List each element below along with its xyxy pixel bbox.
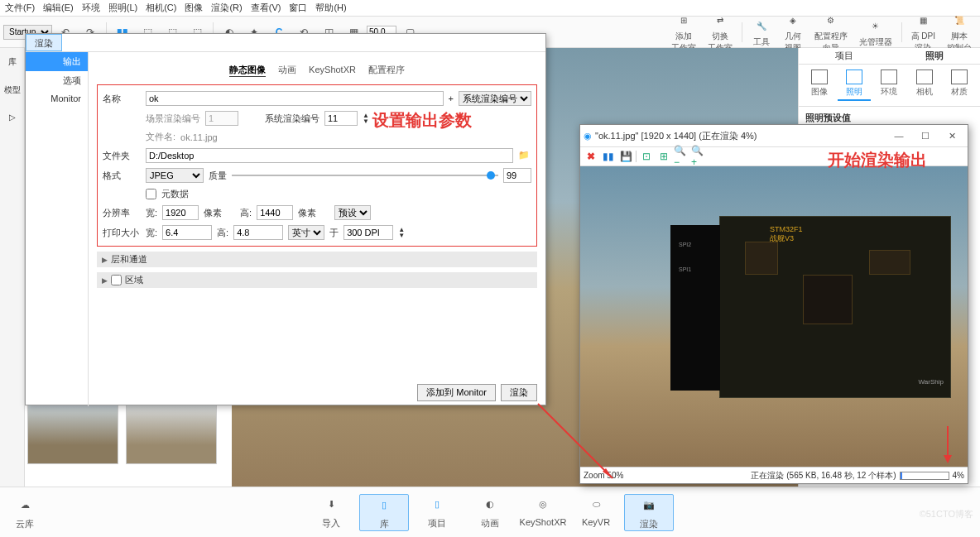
add-monitor-button[interactable]: 添加到 Monitor [417,384,496,401]
menu-help[interactable]: 帮助(H) [315,2,346,14]
pause-icon[interactable]: ▮▮ [601,149,616,164]
menu-camera[interactable]: 相机(C) [146,2,176,14]
fit-icon[interactable]: ⊡ [639,149,654,164]
rp-image[interactable]: 图像 [803,70,836,101]
pcb-render: STM32F1 战舰V3 WarShip SPI1 SPI2 [719,216,951,398]
print-height-input[interactable] [233,225,283,240]
tab-project[interactable]: 项目 [799,48,890,64]
folder-browse-icon[interactable]: 📁 [518,150,531,161]
separator [742,22,742,42]
left-icon[interactable]: ▷ [9,113,16,122]
output-params-box: 名称 + 系统渲染编号 场景渲染编号 系统渲染编号 ▲▼ 文件名: [97,84,537,247]
side-output[interactable]: 输出 [26,52,88,71]
render-button[interactable]: 渲染 [501,384,537,401]
menu-window[interactable]: 窗口 [289,2,307,14]
layers-section[interactable]: ▶层和通道 [97,252,537,267]
spinner-icon[interactable]: ▲▼ [363,113,369,124]
progress-bar [900,472,949,480]
metadata-checkbox[interactable] [146,189,156,199]
scene-num-input [205,111,238,126]
unit-combo[interactable]: 英寸 [288,225,324,240]
metadata-label: 元数据 [161,188,189,200]
sys-num-input[interactable] [324,111,358,126]
width-input[interactable] [162,205,199,220]
actual-icon[interactable]: ⊞ [656,149,671,164]
ribbon-lightmgr[interactable]: ☀光管理器 [854,16,897,48]
separator [901,22,902,42]
height-input[interactable] [257,205,293,220]
rp-env[interactable]: 环境 [872,70,906,101]
subtab-still[interactable]: 静态图像 [229,65,266,77]
bottom-import[interactable]: ⬇导入 [306,494,356,531]
progress-text: 4% [953,471,964,480]
bottom-lib[interactable]: ▯库 [359,494,409,531]
at-label: 于 [329,227,339,239]
format-combo[interactable]: JPEG [146,168,204,183]
quality-slider[interactable] [232,175,498,176]
bottom-anim[interactable]: ◐动画 [465,494,515,531]
rp-material[interactable]: 材质 [943,70,976,101]
region-section[interactable]: ▶区域 [97,272,537,288]
w-label: 宽: [146,207,157,219]
bottom-toolbar: ☁云库 ⬇导入 ▯库 ▯项目 ◐动画 ◎KeyShotXR ⬭KeyVR 📷渲染 [0,487,980,537]
minimize-button[interactable]: — [886,127,911,144]
bottom-xr[interactable]: ◎KeyShotXR [518,494,568,531]
folder-input[interactable] [146,148,513,163]
ph-label: 高: [217,227,228,239]
menu-env[interactable]: 环境 [82,2,100,14]
pw-label: 宽: [146,227,157,239]
sys-num-combo[interactable]: 系统渲染编号 [459,91,531,106]
region-checkbox[interactable] [111,275,122,285]
render-toolbar: ✖ ▮▮ 💾 ⊡ ⊞ 🔍− 🔍+ [580,146,968,166]
ribbon-tools[interactable]: 🔧工具 [747,16,776,48]
close-button[interactable]: ✕ [939,127,964,144]
zoom-in-icon[interactable]: 🔍+ [691,149,706,164]
spinner-icon[interactable]: ▲▼ [398,227,405,238]
thumb-item[interactable] [27,401,118,464]
preset-combo[interactable]: 预设 [334,205,371,220]
quality-label: 质量 [209,170,227,182]
print-width-input[interactable] [162,225,212,240]
bottom-project[interactable]: ▯项目 [412,494,462,531]
watermark: ©51CTO博客 [920,508,973,520]
format-label: 格式 [103,170,141,182]
dpi-input[interactable] [343,225,393,240]
left-panel: 库 模型 ▷ [0,48,25,487]
maximize-button[interactable]: ☐ [913,127,938,144]
rp-light[interactable]: 照明 [838,70,871,101]
bottom-cloud[interactable]: ☁云库 [0,495,50,530]
menu-render[interactable]: 渲染(R) [211,2,242,14]
quality-value[interactable] [503,168,531,183]
scene-num-label: 场景渲染编号 [146,113,200,125]
dialog-tab-render[interactable]: 渲染 [26,34,62,51]
menu-image[interactable]: 图像 [185,2,203,14]
menu-edit[interactable]: 编辑(E) [43,2,74,14]
subtab-xr[interactable]: KeyShotXR [309,65,356,74]
dialog-subtabs: 静态图像 动画 KeyShotXR 配置程序 [97,59,537,84]
render-status: 正在渲染 (565 KB, 16.48 秒, 12 个样本) [751,470,896,482]
left-model[interactable]: 模型 [4,84,21,96]
side-monitor[interactable]: Monitor [26,90,88,107]
rp-camera[interactable]: 相机 [908,70,941,101]
side-options[interactable]: 选项 [26,71,88,90]
print-label: 打印大小 [103,227,141,239]
tab-light[interactable]: 照明 [890,48,981,64]
stop-icon[interactable]: ✖ [584,149,598,164]
bottom-render[interactable]: 📷渲染 [624,494,674,531]
px-label: 像素 [204,207,222,219]
thumb-item[interactable] [126,401,217,464]
dialog-sidebar: 输出 选项 Monitor [26,52,89,406]
menu-file[interactable]: 文件(F) [5,2,35,14]
zoom-out-icon[interactable]: 🔍− [674,149,689,164]
bottom-vr[interactable]: ⬭KeyVR [571,494,621,531]
left-lib[interactable]: 库 [8,56,17,68]
name-input[interactable] [146,91,444,106]
menu-light[interactable]: 照明(L) [108,2,137,14]
menu-view[interactable]: 查看(V) [251,2,281,14]
subtab-anim[interactable]: 动画 [278,65,296,74]
sys-num-label: 系统渲染编号 [265,113,319,125]
filename-value: ok.11.jpg [180,132,218,142]
subtab-config[interactable]: 配置程序 [368,65,405,74]
plus-btn[interactable]: + [449,93,454,103]
save-icon[interactable]: 💾 [618,149,633,164]
